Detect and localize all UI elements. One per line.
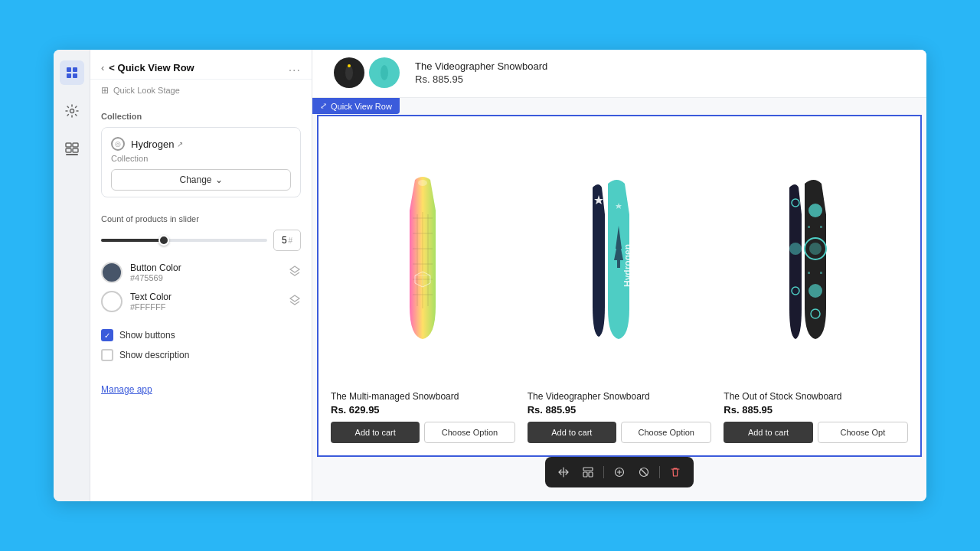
product-2-buttons: Add to cart Choose Option bbox=[528, 422, 712, 443]
avatar-teal bbox=[369, 57, 400, 88]
show-description-row: Show description bbox=[101, 349, 301, 361]
nav-icon-components[interactable] bbox=[60, 137, 84, 161]
quick-view-label-bar: ⤢ Quick View Row bbox=[312, 98, 400, 114]
show-buttons-checkbox[interactable]: ✓ bbox=[101, 329, 113, 341]
text-color-left: Text Color #FFFFFF bbox=[101, 291, 172, 312]
product-1-buttons: Add to cart Choose Option bbox=[331, 422, 515, 443]
svg-rect-7 bbox=[66, 148, 71, 152]
collection-section: Collection ◎ Hydrogen ↗ Collection Chang… bbox=[90, 101, 312, 214]
svg-rect-5 bbox=[66, 143, 71, 147]
top-product-price: Rs. 885.95 bbox=[415, 73, 547, 85]
panel-title: < Quick View Row bbox=[109, 62, 194, 73]
slider-row: 5 # bbox=[101, 230, 301, 251]
product-3-choose-option-button[interactable]: Choose Opt bbox=[818, 422, 908, 443]
sub-header-label: Quick Look Stage bbox=[113, 86, 180, 95]
product-1-add-cart-button[interactable]: Add to cart bbox=[331, 422, 420, 443]
toolbar-delete-button[interactable] bbox=[665, 461, 686, 483]
show-description-checkbox[interactable] bbox=[101, 349, 113, 361]
main-content: The Videographer Snowboard Rs. 885.95 ⤢ … bbox=[312, 50, 926, 501]
chevron-down-icon: ⌄ bbox=[215, 174, 223, 185]
hash-symbol: # bbox=[289, 236, 293, 245]
show-description-label: Show description bbox=[119, 350, 189, 360]
product-image-3 bbox=[724, 129, 908, 383]
svg-point-27 bbox=[418, 180, 427, 186]
slider-thumb[interactable] bbox=[158, 235, 169, 246]
svg-rect-1 bbox=[73, 67, 77, 72]
snowboard-dark bbox=[782, 172, 851, 341]
svg-rect-8 bbox=[73, 148, 78, 152]
slider-track[interactable] bbox=[101, 239, 267, 242]
svg-rect-45 bbox=[820, 272, 822, 274]
svg-rect-47 bbox=[583, 472, 587, 477]
sub-header: ⊞ Quick Look Stage bbox=[90, 80, 312, 101]
product-3-buttons: Add to cart Choose Opt bbox=[724, 422, 908, 443]
products-grid: The Multi-managed Snowboard Rs. 629.95 A… bbox=[331, 129, 908, 443]
product-avatars bbox=[334, 57, 400, 88]
product-3-add-cart-button[interactable]: Add to cart bbox=[724, 422, 812, 443]
back-button[interactable]: ‹ bbox=[101, 62, 104, 73]
checkbox-section: ✓ Show buttons Show description bbox=[90, 329, 312, 378]
external-link-icon[interactable]: ↗ bbox=[177, 140, 183, 148]
product-card-3: The Out of Stock Snowboard Rs. 885.95 Ad… bbox=[724, 129, 908, 443]
toolbar-block-button[interactable] bbox=[633, 461, 655, 483]
button-color-info: Button Color #475569 bbox=[130, 262, 181, 282]
svg-rect-6 bbox=[73, 143, 78, 147]
svg-rect-31 bbox=[617, 260, 620, 268]
product-image-1 bbox=[331, 129, 515, 383]
avatar-dark bbox=[334, 57, 364, 88]
svg-text:Hydrogen: Hydrogen bbox=[622, 243, 633, 286]
svg-point-12 bbox=[348, 64, 351, 67]
color-section: Button Color #475569 Text Color # bbox=[90, 262, 312, 329]
text-color-swatch[interactable] bbox=[101, 291, 122, 312]
quick-view-container: ⤢ Quick View Row bbox=[312, 98, 926, 501]
show-buttons-label: Show buttons bbox=[119, 330, 175, 341]
svg-rect-44 bbox=[808, 272, 810, 274]
product-2-name: The Videographer Snowboard bbox=[528, 391, 712, 402]
floating-toolbar bbox=[545, 457, 694, 487]
product-2-add-cart-button[interactable]: Add to cart bbox=[528, 422, 616, 443]
product-card-1: The Multi-managed Snowboard Rs. 629.95 A… bbox=[331, 129, 515, 443]
svg-rect-2 bbox=[67, 73, 71, 78]
product-preview-top: The Videographer Snowboard Rs. 885.95 bbox=[312, 50, 926, 98]
button-color-layers-icon[interactable] bbox=[289, 265, 301, 280]
more-options-button[interactable]: ... bbox=[289, 60, 301, 74]
svg-point-35 bbox=[789, 243, 802, 255]
side-navigation bbox=[54, 50, 90, 501]
svg-point-40 bbox=[808, 284, 822, 298]
nav-icon-settings[interactable] bbox=[60, 99, 84, 123]
show-buttons-row: ✓ Show buttons bbox=[101, 329, 301, 341]
toolbar-divider-2 bbox=[659, 466, 660, 478]
toolbar-move-button[interactable] bbox=[553, 461, 574, 483]
svg-rect-0 bbox=[67, 67, 71, 72]
slider-value-box: 5 # bbox=[273, 230, 301, 251]
button-color-hex: #475569 bbox=[130, 273, 181, 282]
slider-label: Count of products in slider bbox=[101, 214, 301, 223]
text-color-layers-icon[interactable] bbox=[289, 294, 301, 309]
product-3-name: The Out of Stock Snowboard bbox=[724, 391, 908, 402]
stage-icon: ⊞ bbox=[101, 85, 109, 96]
slider-fill bbox=[101, 239, 164, 242]
button-color-label: Button Color bbox=[130, 262, 181, 273]
slider-section: Count of products in slider 5 # bbox=[90, 214, 312, 262]
products-row-wrapper: The Multi-managed Snowboard Rs. 629.95 A… bbox=[317, 115, 922, 457]
toolbar-layout-button[interactable] bbox=[577, 461, 599, 483]
svg-rect-43 bbox=[820, 226, 822, 228]
button-color-swatch[interactable] bbox=[101, 262, 122, 283]
manage-app-link[interactable]: Manage app bbox=[90, 378, 312, 401]
svg-rect-48 bbox=[589, 472, 593, 477]
product-1-choose-option-button[interactable]: Choose Option bbox=[424, 422, 514, 443]
panel-header: ‹ < Quick View Row ... bbox=[90, 50, 312, 80]
svg-rect-3 bbox=[73, 73, 77, 78]
product-card-2: Hydrogen The Videographer Snowboard Rs. … bbox=[528, 129, 712, 443]
change-collection-button[interactable]: Change ⌄ bbox=[111, 169, 291, 191]
snowboard-multicolor bbox=[388, 172, 457, 341]
slider-value: 5 bbox=[282, 235, 287, 246]
text-color-hex: #FFFFFF bbox=[130, 302, 172, 311]
text-color-row: Text Color #FFFFFF bbox=[101, 291, 301, 312]
button-color-left: Button Color #475569 bbox=[101, 262, 181, 283]
product-2-choose-option-button[interactable]: Choose Option bbox=[621, 422, 711, 443]
nav-icon-sections[interactable] bbox=[60, 60, 84, 85]
svg-point-39 bbox=[809, 243, 822, 255]
collection-target-icon: ◎ bbox=[111, 137, 125, 151]
toolbar-link-button[interactable] bbox=[609, 461, 630, 483]
